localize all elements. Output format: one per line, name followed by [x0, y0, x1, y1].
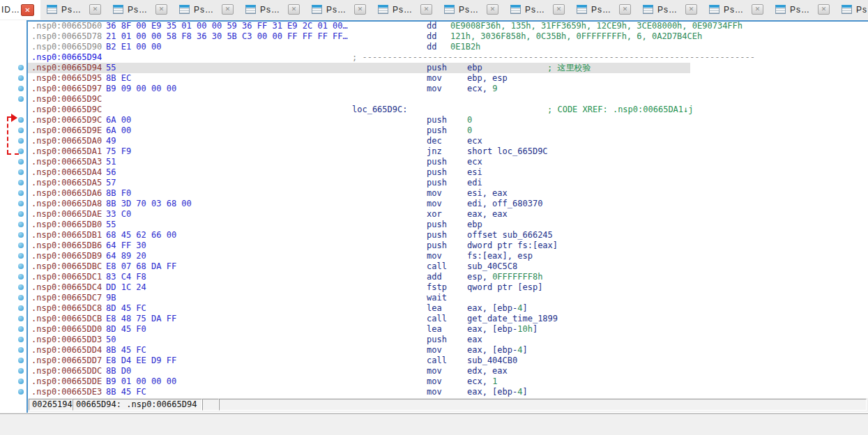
close-icon[interactable]: ✕ — [21, 4, 34, 16]
address: .nsp0:00665D9C — [31, 94, 102, 105]
mnemonic: add — [427, 272, 442, 282]
asm-row[interactable]: .nsp0:00665D9E6A 00push0 — [0, 125, 868, 136]
close-icon[interactable]: ✕ — [818, 4, 830, 15]
address: .nsp0:00665DB9 — [31, 251, 102, 261]
asm-row[interactable]: .nsp0:00665DC88D 45 FCleaeax, [ebp-4] — [0, 303, 868, 314]
asm-row[interactable]: .nsp0:00665D9455pushebp; 这里校验 — [0, 63, 868, 73]
asm-row[interactable]: .nsp0:00665DA68B F0movesi, eax — [0, 188, 868, 199]
address: .nsp0:00665DA4 — [31, 167, 102, 178]
asm-row[interactable]: .nsp0:00665DCBE8 48 75 DA FFcallget_date… — [0, 314, 868, 324]
asm-row[interactable]: .nsp0:00665DA175 F9jnzshort loc_665D9C — [0, 146, 868, 157]
close-icon[interactable]: ✕ — [89, 4, 101, 15]
asm-row[interactable]: .nsp0:00665DA88B 3D 70 03 68 00movedi, o… — [0, 199, 868, 209]
address: .nsp0:00665DC8 — [31, 303, 102, 314]
byte-codes: 8B 45 FC — [106, 387, 146, 397]
asm-row[interactable]: .nsp0:00665D9Cloc_665D9C:; CODE XREF: .n… — [0, 105, 868, 115]
address: .nsp0:00665DD7 — [31, 356, 102, 366]
address: .nsp0:00665DA0 — [31, 136, 102, 146]
asm-row[interactable]: .nsp0:00665DA351pushecx — [0, 157, 868, 167]
asm-row[interactable]: .nsp0:00665DDEB9 01 00 00 00movecx, 1 — [0, 376, 868, 387]
tab[interactable]: Ps…✕ — [438, 0, 505, 20]
asm-row[interactable]: .nsp0:00665D6036 8F 00 E9 35 01 00 00 59… — [0, 21, 868, 31]
tab[interactable]: Ps…✕ — [637, 0, 703, 20]
asm-row[interactable]: .nsp0:00665DA049dececx — [0, 136, 868, 146]
operands: get_date_time_1899 — [467, 314, 558, 324]
mnemonic: wait — [427, 293, 447, 303]
address: .nsp0:00665D9C — [31, 115, 102, 125]
close-icon[interactable]: ✕ — [752, 4, 763, 15]
asm-row[interactable]: .nsp0:00665DA557pushedi — [0, 178, 868, 188]
asm-row[interactable]: .nsp0:00665DC183 C4 F8addesp, 0FFFFFFF8h — [0, 272, 868, 282]
close-icon[interactable]: ✕ — [420, 4, 432, 15]
asm-row[interactable]: .nsp0:00665DB664 FF 30pushdword ptr fs:[… — [0, 241, 868, 251]
operands: qword ptr [esp] — [467, 282, 542, 293]
list-window-icon — [842, 5, 852, 14]
asm-row[interactable]: .nsp0:00665DAE33 C0xoreax, eax — [0, 209, 868, 220]
comment: ; CODE XREF: .nsp0:00665DA1↓j — [547, 105, 694, 115]
asm-row[interactable]: .nsp0:00665D90B2 E1 00 00dd0E1B2h — [0, 42, 868, 52]
tab[interactable]: Ps…✕ — [504, 0, 571, 20]
address: .nsp0:00665DA5 — [31, 178, 102, 188]
tab[interactable]: Ps…✕ — [769, 0, 836, 20]
operands: 121h, 3036F858h, 0C35Bh, 0FFFFFFFFh, 6, … — [450, 31, 702, 42]
close-icon[interactable]: ✕ — [553, 4, 565, 15]
asm-row[interactable]: .nsp0:00665DB964 89 20movfs:[eax], esp — [0, 251, 868, 261]
operands: eax, [ebp-4] — [467, 303, 528, 314]
asm-row[interactable]: .nsp0:00665DBCE8 07 68 DA FFcallsub_40C5… — [0, 261, 868, 272]
byte-codes: 55 — [106, 220, 116, 230]
list-window-icon — [179, 5, 190, 14]
byte-codes: 8B 3D 70 03 68 00 — [106, 199, 192, 209]
asm-row[interactable]: .nsp0:00665DD08D 45 F0leaeax, [ebp-10h] — [0, 324, 868, 335]
list-window-icon — [577, 5, 587, 14]
mnemonic: push — [427, 230, 447, 241]
tab[interactable]: Ps…✕ — [173, 0, 240, 20]
mnemonic: mov — [427, 366, 442, 376]
asm-row[interactable]: .nsp0:00665D94; ------------------------… — [0, 52, 868, 63]
asm-row[interactable]: .nsp0:00665DB168 45 62 66 00pushoffset s… — [0, 230, 868, 241]
asm-row[interactable]: .nsp0:00665DD48B 45 FCmoveax, [ebp-4] — [0, 345, 868, 356]
byte-codes: B2 E1 00 00 — [106, 42, 161, 52]
tab-active[interactable]: ID…✕ — [0, 0, 41, 20]
tab[interactable]: Ps…✕ — [372, 0, 439, 20]
tab[interactable]: Ps…✕ — [570, 0, 637, 20]
asm-row[interactable]: .nsp0:00665DD7E8 D4 EE D9 FFcallsub_404C… — [0, 356, 868, 366]
address: .nsp0:00665D94 — [31, 52, 102, 63]
tab[interactable]: Ps…✕ — [107, 0, 174, 20]
asm-row[interactable]: .nsp0:00665D97B9 09 00 00 00movecx, 9 — [0, 84, 868, 94]
mnemonic: dd — [427, 21, 436, 31]
operands: 0E1B2h — [450, 42, 480, 52]
asm-row[interactable]: .nsp0:00665D958B ECmovebp, esp — [0, 73, 868, 84]
byte-codes: E8 48 75 DA FF — [106, 314, 176, 324]
asm-row[interactable]: .nsp0:00665DC4DD 1C 24fstpqword ptr [esp… — [0, 282, 868, 293]
close-icon[interactable]: ✕ — [487, 4, 498, 15]
close-icon[interactable]: ✕ — [685, 4, 697, 15]
mnemonic: fstp — [427, 282, 447, 293]
close-icon[interactable]: ✕ — [619, 4, 631, 15]
mnemonic: push — [427, 335, 447, 345]
close-icon[interactable]: ✕ — [288, 4, 300, 15]
close-icon[interactable]: ✕ — [354, 4, 366, 15]
tab[interactable]: Ps…✕ — [239, 0, 306, 20]
mnemonic: mov — [427, 84, 442, 94]
close-icon[interactable]: ✕ — [155, 4, 167, 15]
asm-row[interactable]: .nsp0:00665DB055pushebp — [0, 220, 868, 230]
tab[interactable]: Ps…✕ — [703, 0, 770, 20]
asm-row[interactable]: .nsp0:00665DD350pusheax — [0, 335, 868, 345]
asm-row[interactable]: .nsp0:00665D9C — [0, 94, 868, 105]
tab[interactable]: Ps…✕ — [835, 0, 868, 20]
mnemonic: push — [427, 157, 447, 167]
tab[interactable]: Ps…✕ — [40, 0, 107, 20]
asm-row[interactable]: .nsp0:00665D7821 01 00 00 58 F8 36 30 5B… — [0, 31, 868, 42]
asm-row[interactable]: .nsp0:00665DDC8B D0movedx, eax — [0, 366, 868, 376]
asm-row[interactable]: .nsp0:00665D9C6A 00push0 — [0, 115, 868, 125]
close-icon[interactable]: ✕ — [222, 4, 234, 15]
asm-row[interactable]: .nsp0:00665DA456pushesi — [0, 167, 868, 178]
list-window-icon — [510, 5, 521, 14]
asm-row[interactable]: .nsp0:00665DE38B 45 FCmoveax, [ebp-4] — [0, 387, 868, 397]
asm-row[interactable]: .nsp0:00665DC79Bwait — [0, 293, 868, 303]
tab-label: Ps… — [393, 5, 413, 15]
byte-codes: 8B EC — [106, 73, 131, 84]
address: .nsp0:00665D90 — [31, 42, 102, 52]
tab[interactable]: Ps…✕ — [305, 0, 372, 20]
tab-bar: ID…✕Ps…✕Ps…✕Ps…✕Ps…✕Ps…✕Ps…✕Ps…✕Ps…✕Ps…✕… — [0, 0, 868, 20]
